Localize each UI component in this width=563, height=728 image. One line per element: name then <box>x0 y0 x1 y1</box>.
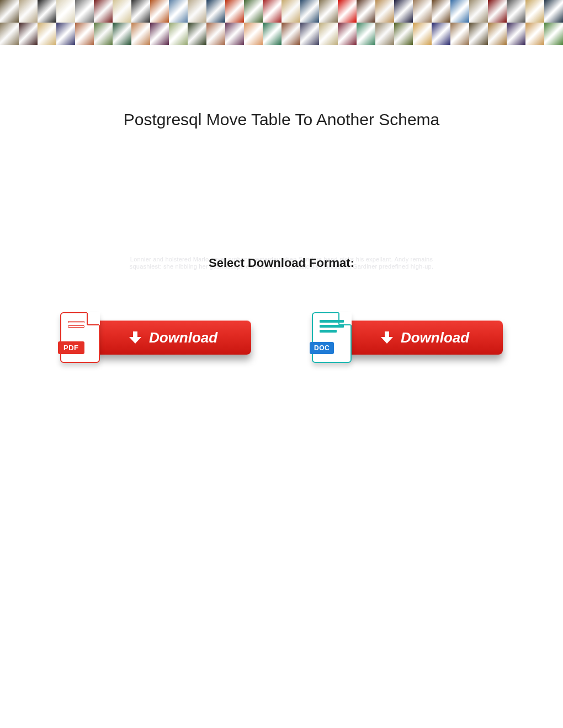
banner-tile <box>169 23 188 45</box>
banner-tile <box>319 23 338 45</box>
banner-tile <box>188 0 206 23</box>
banner-tile <box>300 0 319 23</box>
banner-tile <box>357 0 375 23</box>
banner-tile <box>244 0 263 23</box>
banner-tile <box>113 23 131 45</box>
download-arrow-icon <box>129 331 141 344</box>
banner-tile <box>131 23 150 45</box>
download-pdf-button-label: Download <box>149 329 217 346</box>
download-unit-doc: DOC Download <box>312 312 503 363</box>
banner-tile <box>525 23 544 45</box>
banner-tile <box>0 0 19 23</box>
banner-tile <box>357 23 375 45</box>
banner-tile <box>525 0 544 23</box>
banner-tile <box>488 23 507 45</box>
banner-tile <box>263 0 282 23</box>
banner-tile <box>0 23 19 45</box>
banner-tile <box>38 23 56 45</box>
banner-tile <box>150 23 169 45</box>
banner-tile <box>263 23 282 45</box>
banner-tile <box>206 23 225 45</box>
banner-tile <box>113 0 131 23</box>
banner-tile <box>300 23 319 45</box>
download-doc-button-label: Download <box>401 329 469 346</box>
banner-tile <box>338 23 357 45</box>
banner-tile <box>56 0 75 23</box>
download-unit-pdf: PDF Download <box>60 312 251 363</box>
banner-tile <box>413 0 432 23</box>
banner-tile <box>225 23 244 45</box>
pdf-badge-label: PDF <box>58 341 84 354</box>
banner-tile <box>94 0 113 23</box>
banner-tile <box>469 23 488 45</box>
banner-tile <box>413 23 432 45</box>
banner-tile <box>375 0 394 23</box>
banner-tile <box>432 0 450 23</box>
banner-tile <box>94 23 113 45</box>
banner-tile <box>56 23 75 45</box>
banner-tile <box>450 0 469 23</box>
banner-tile <box>131 0 150 23</box>
banner-tile <box>38 0 56 23</box>
page-title: Postgresql Move Table To Another Schema <box>0 110 563 129</box>
download-pdf-button[interactable]: Download <box>95 320 251 355</box>
banner-tile <box>282 23 300 45</box>
select-format-label: Select Download Format: <box>0 256 563 270</box>
pdf-file-icon: PDF <box>60 312 100 363</box>
banner-tile <box>450 23 469 45</box>
banner-tile <box>75 23 94 45</box>
banner-collage <box>0 0 563 45</box>
download-arrow-icon <box>381 331 393 344</box>
banner-tile <box>75 0 94 23</box>
banner-tile <box>488 0 507 23</box>
banner-tile <box>225 0 244 23</box>
banner-tile <box>469 0 488 23</box>
banner-tile <box>507 23 525 45</box>
banner-tile <box>432 23 450 45</box>
doc-badge-label: DOC <box>310 342 334 354</box>
banner-tile <box>394 23 413 45</box>
banner-tile <box>282 0 300 23</box>
banner-tile <box>19 23 38 45</box>
banner-tile <box>375 23 394 45</box>
banner-tile <box>394 0 413 23</box>
banner-tile <box>244 23 263 45</box>
banner-tile <box>507 0 525 23</box>
download-doc-button[interactable]: Download <box>347 320 503 355</box>
banner-tile <box>319 0 338 23</box>
banner-tile <box>338 0 357 23</box>
download-buttons-row: PDF Download DOC Download <box>0 312 563 363</box>
banner-tile <box>188 23 206 45</box>
banner-tile <box>150 0 169 23</box>
banner-tile <box>206 0 225 23</box>
doc-file-icon: DOC <box>312 312 352 363</box>
banner-tile <box>169 0 188 23</box>
banner-tile <box>544 23 563 45</box>
banner-tile <box>544 0 563 23</box>
banner-tile <box>19 0 38 23</box>
